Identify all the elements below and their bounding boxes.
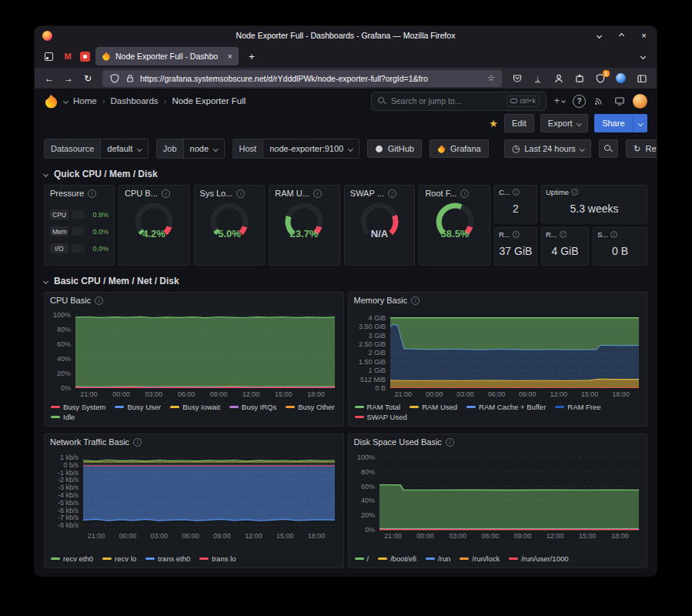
network-traffic-chart[interactable]: 1 kb/s0 b/s-1 kb/s-2 kb/s-3 kb/s-4 kb/s-… [46, 450, 341, 541]
memory-basic-chart[interactable]: 4 GiB3.50 GiB3 GiB2.50 GiB2 GiB1.50 GiB1… [350, 308, 645, 399]
legend-item[interactable]: Idle [51, 413, 75, 421]
help-button[interactable]: ? [573, 95, 586, 108]
legend-item[interactable]: / [355, 554, 369, 563]
panel-title[interactable]: R... [546, 230, 557, 239]
edit-button[interactable]: Edit [504, 114, 534, 132]
panel-title[interactable]: S... [597, 230, 608, 239]
info-icon[interactable]: i [162, 189, 170, 198]
legend-item[interactable]: /run/user/1000 [509, 554, 568, 563]
legend-item[interactable]: Busy System [51, 403, 105, 411]
rootfs-used-gauge[interactable]: 58.5% [423, 203, 487, 246]
favorite-star-icon[interactable]: ★ [489, 118, 498, 129]
legend-item[interactable]: recv lo [102, 554, 136, 563]
info-icon[interactable]: i [411, 296, 420, 305]
time-range-picker[interactable]: ◷Last 24 hours [504, 139, 592, 158]
window-titlebar[interactable]: Node Exporter Full - Dashboards - Grafan… [35, 26, 657, 45]
panel-title[interactable]: CPU B... [125, 189, 158, 198]
reload-button[interactable]: ↻ [79, 70, 96, 87]
legend-item[interactable]: /run/lock [460, 554, 500, 563]
info-icon[interactable]: i [446, 438, 454, 447]
refresh-button[interactable]: ↻Refresh [626, 139, 657, 158]
legend-item[interactable]: RAM Free [555, 403, 600, 411]
panel-title[interactable]: Disk Space Used Basic [354, 437, 442, 447]
display-button[interactable] [612, 92, 627, 110]
info-icon[interactable]: i [460, 189, 469, 198]
legend-item[interactable]: Busy IRQs [229, 403, 276, 411]
share-menu-button[interactable] [633, 114, 648, 132]
list-tabs-button[interactable] [634, 48, 651, 65]
pinned-tab-app[interactable] [79, 49, 91, 63]
breadcrumb-dashboards[interactable]: Dashboards [111, 96, 159, 105]
info-icon[interactable]: i [88, 189, 96, 198]
forward-button[interactable]: → [60, 70, 77, 87]
tab-close-button[interactable]: × [228, 52, 232, 61]
info-icon[interactable]: i [513, 189, 520, 196]
share-button[interactable]: Share [594, 114, 647, 132]
new-menu-button[interactable]: + [552, 92, 567, 110]
info-icon[interactable]: i [313, 189, 322, 198]
info-icon[interactable]: i [560, 231, 567, 238]
new-tab-button[interactable]: + [243, 48, 260, 65]
adblock-button[interactable]: 1 [593, 71, 607, 86]
panel-title[interactable]: Network Traffic Basic [50, 437, 129, 447]
vpn-button[interactable] [613, 71, 628, 86]
job-variable[interactable]: Job node [156, 139, 225, 159]
account-button[interactable] [551, 71, 566, 86]
info-icon[interactable]: i [95, 296, 103, 305]
panel-title[interactable]: R... [499, 230, 510, 239]
sys-load-gauge[interactable]: 5.0% [197, 203, 262, 246]
user-avatar[interactable] [633, 94, 647, 109]
bookmark-star-icon[interactable]: ☆ [487, 73, 495, 83]
panel-title[interactable]: RAM U... [275, 189, 309, 198]
legend-item[interactable]: Busy Iowait [170, 403, 220, 411]
legend-item[interactable]: Busy Other [286, 403, 335, 411]
sidebar-button[interactable] [634, 71, 649, 86]
downloads-button[interactable]: ↓ [530, 71, 545, 86]
legend-item[interactable]: recv eth0 [51, 554, 93, 563]
disk-space-chart[interactable]: 100%80%60%40%20%0%21:0000:0003:0006:0009… [350, 450, 645, 541]
pinned-tab-gmail[interactable]: M [62, 49, 74, 63]
cpu-busy-gauge[interactable]: 4.2% [122, 203, 186, 246]
info-icon[interactable]: i [571, 189, 578, 196]
legend-item[interactable]: /boot/efi [378, 554, 416, 563]
legend-item[interactable]: trans lo [199, 554, 236, 563]
org-menu-chevron-icon[interactable] [63, 98, 69, 103]
section-quick-cpu-mem-disk[interactable]: Quick CPU / Mem / Disk [44, 165, 647, 183]
panel-title[interactable]: Pressure [50, 189, 84, 198]
panel-title[interactable]: Root F... [425, 189, 456, 198]
panel-title[interactable]: SWAP ... [350, 189, 384, 198]
extensions-button[interactable] [572, 71, 587, 86]
legend-item[interactable]: /run [426, 554, 450, 563]
breadcrumb-home[interactable]: Home [73, 96, 97, 105]
active-tab[interactable]: Node Exporter Full - Dashbo × [95, 47, 239, 65]
section-basic-cpu-mem-net-disk[interactable]: Basic CPU / Mem / Net / Disk [44, 272, 647, 290]
info-icon[interactable]: i [133, 438, 142, 447]
info-icon[interactable]: i [388, 189, 396, 198]
info-icon[interactable]: i [513, 231, 520, 238]
zoom-out-button[interactable] [599, 139, 618, 158]
legend-item[interactable]: RAM Total [355, 403, 401, 411]
info-icon[interactable]: i [236, 189, 245, 198]
grafana-logo-icon[interactable] [44, 94, 59, 109]
news-button[interactable] [591, 92, 607, 110]
export-button[interactable]: Export [540, 114, 588, 132]
panel-title[interactable]: Sys Lo... [200, 189, 233, 198]
panel-title[interactable]: CPU Basic [50, 296, 91, 305]
url-bar[interactable]: https://grafana.systemsobscure.net/d/rYd… [102, 70, 502, 87]
lock-icon[interactable] [125, 73, 135, 84]
datasource-variable[interactable]: Datasource default [44, 139, 149, 159]
host-variable[interactable]: Host node-exporter:9100 [232, 139, 359, 159]
cpu-basic-chart[interactable]: 100%80%60%40%20%0%21:0000:0003:0006:0009… [46, 308, 341, 399]
search-input[interactable]: Search or jump to... ctrl+k [371, 92, 547, 111]
grafana-link[interactable]: Grafana [430, 139, 489, 158]
firefox-view-button[interactable] [40, 48, 57, 65]
swap-used-gauge[interactable]: N/A [347, 203, 412, 246]
panel-title[interactable]: Uptime [546, 188, 569, 196]
legend-item[interactable]: Busy User [115, 403, 161, 411]
pocket-button[interactable] [510, 71, 524, 86]
legend-item[interactable]: RAM Used [410, 403, 457, 411]
legend-item[interactable]: trans eth0 [145, 554, 190, 563]
ram-used-gauge[interactable]: 23.7% [272, 203, 336, 246]
info-icon[interactable]: i [610, 231, 617, 238]
panel-title[interactable]: Memory Basic [354, 296, 408, 305]
